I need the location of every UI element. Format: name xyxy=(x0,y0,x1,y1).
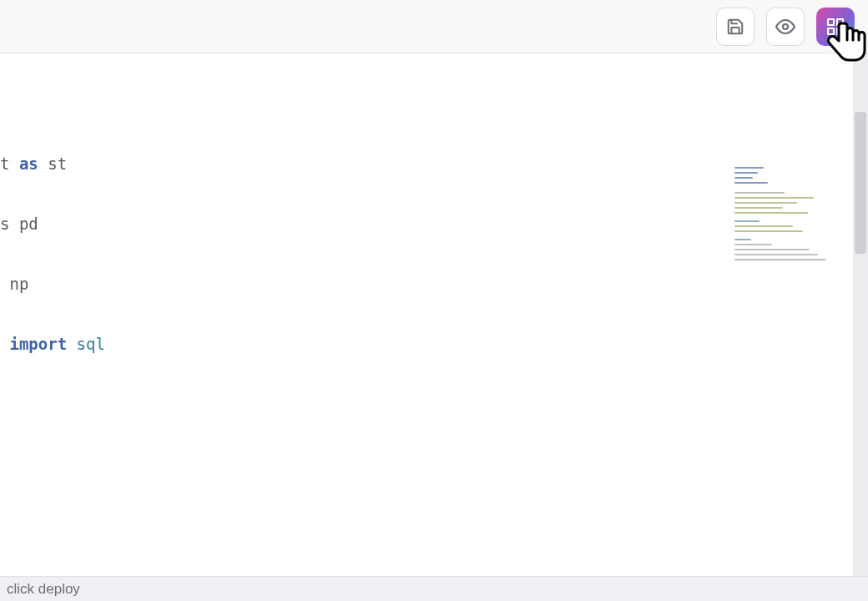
svg-rect-4 xyxy=(828,28,834,34)
save-icon xyxy=(726,18,744,36)
status-hint: click deploy xyxy=(7,581,80,598)
code-editor[interactable]: t as st s pd np import sql treamlit App … xyxy=(0,53,868,576)
deploy-icon xyxy=(825,17,845,37)
code-content: t as st s pd np import sql treamlit App … xyxy=(0,53,621,601)
scrollbar-thumb[interactable] xyxy=(855,112,866,254)
status-bar: click deploy xyxy=(0,576,868,601)
svg-point-0 xyxy=(783,24,788,29)
toolbar xyxy=(0,0,868,53)
deploy-button[interactable] xyxy=(816,8,855,46)
preview-button[interactable] xyxy=(766,8,805,46)
minimap xyxy=(734,167,843,292)
save-button[interactable] xyxy=(716,8,754,46)
svg-rect-2 xyxy=(837,19,843,25)
vertical-scrollbar[interactable] xyxy=(853,53,868,588)
svg-rect-3 xyxy=(837,28,843,34)
svg-rect-1 xyxy=(828,19,834,25)
eye-icon xyxy=(775,17,795,37)
